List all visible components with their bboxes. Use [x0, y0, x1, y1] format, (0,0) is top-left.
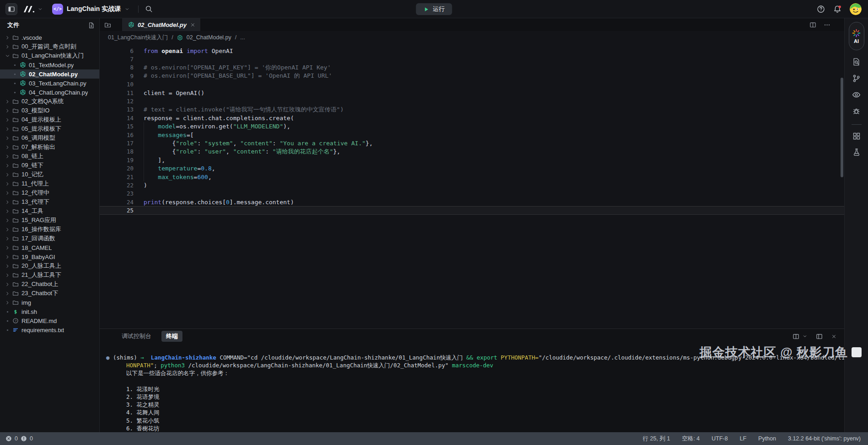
close-panel-icon[interactable] [831, 334, 837, 339]
toggle-sidebar-button[interactable] [5, 3, 17, 15]
tab-terminal[interactable]: 终端 [161, 331, 182, 342]
tree-item[interactable]: 02_ChatModel.py [0, 69, 99, 79]
tree-item[interactable]: 04_提示模板上 [0, 115, 99, 124]
chevron-right-icon[interactable] [4, 126, 11, 132]
editor-scrollbar[interactable] [841, 78, 843, 177]
tree-item[interactable]: requirements.txt [0, 325, 99, 334]
code-line[interactable]: 22) [100, 181, 844, 189]
code-line[interactable]: 8# os.environ["OPENAI_API_KEY"] = '你的Ope… [100, 64, 844, 72]
chevron-down-icon[interactable] [802, 334, 808, 339]
tree-item[interactable]: 11_代理上 [0, 179, 99, 188]
ai-assistant-button[interactable]: AI [849, 22, 864, 50]
code-line[interactable]: 9# os.environ["OPENAI_BASE_URL"] = 'Open… [100, 72, 844, 80]
tree-item[interactable]: 01_LangChain快速入门 [0, 51, 99, 60]
code-line[interactable]: 12 [100, 97, 844, 105]
extensions-grid-icon[interactable] [852, 132, 861, 140]
chevron-right-icon[interactable] [4, 208, 11, 214]
code-line[interactable]: 11client = OpenAI() [100, 89, 844, 97]
chevron-right-icon[interactable] [4, 217, 11, 223]
chevron-right-icon[interactable] [4, 300, 11, 306]
warnings-icon[interactable] [21, 435, 27, 442]
status-item[interactable]: 行 25, 列 1 [643, 435, 670, 443]
tree-item[interactable]: 16_操作数据库 [0, 225, 99, 234]
code-line[interactable]: 20 temperature=0.8, [100, 164, 844, 172]
tree-item[interactable]: 03_TextLangChain.py [0, 79, 99, 88]
panel-layout-icon[interactable] [816, 333, 823, 340]
tree-item[interactable]: 13_代理下 [0, 197, 99, 207]
tree-item[interactable]: 21_人脉工具下 [0, 270, 99, 280]
tree-item[interactable]: 14_工具 [0, 207, 99, 216]
code-line[interactable]: 18 {"role": "user", "content": "请给我的花店起个… [100, 148, 844, 156]
debug-bug-icon[interactable] [852, 107, 861, 116]
tree-item[interactable]: 03_模型IO [0, 106, 99, 115]
app-logo[interactable] [23, 5, 43, 13]
chevron-right-icon[interactable] [4, 163, 11, 169]
tree-item[interactable]: $init.sh [0, 307, 99, 316]
new-folder-icon[interactable] [104, 21, 111, 28]
code-line-current[interactable]: 25 [100, 206, 844, 214]
chevron-right-icon[interactable] [4, 35, 11, 41]
chevron-right-icon[interactable] [4, 263, 11, 269]
tree-item[interactable]: 09_链下 [0, 161, 99, 170]
tree-item[interactable]: .vscode [0, 33, 99, 42]
search-icon[interactable] [145, 5, 153, 13]
code-line[interactable]: 21 max_tokens=600, [100, 173, 844, 181]
tree-item[interactable]: 01_TextModel.py [0, 60, 99, 69]
tab-debug-console[interactable]: 调试控制台 [122, 332, 151, 340]
notifications-bell-icon[interactable] [833, 5, 841, 13]
code-line[interactable]: 23 [100, 190, 844, 198]
code-line[interactable]: 13# text = client.invoke("请给我写一句情人节红玫瑰的中… [100, 106, 844, 114]
chevron-right-icon[interactable] [4, 199, 11, 205]
status-item[interactable]: 空格: 4 [682, 435, 700, 443]
avatar[interactable] [850, 3, 862, 15]
breadcrumb-symbol[interactable]: ... [240, 34, 245, 41]
code-line[interactable]: 10 [100, 80, 844, 89]
tab-02-chatmodel[interactable]: 02_ChatModel.py [122, 18, 200, 31]
tree-item[interactable]: 20_人脉工具上 [0, 261, 99, 270]
close-icon[interactable] [190, 22, 196, 28]
file-search-icon[interactable] [852, 58, 861, 66]
chevron-right-icon[interactable] [4, 245, 11, 251]
errors-icon[interactable] [5, 435, 12, 442]
chevron-right-icon[interactable] [4, 291, 11, 297]
breadcrumb-folder[interactable]: 01_LangChain快速入门 [108, 34, 168, 42]
split-editor-icon[interactable] [809, 21, 816, 28]
chevron-right-icon[interactable] [4, 254, 11, 260]
status-item[interactable]: LF [739, 435, 746, 442]
tree-item[interactable]: 19_BabyAGI [0, 252, 99, 261]
tree-item[interactable]: 17_回调函数 [0, 234, 99, 243]
chevron-right-icon[interactable] [4, 181, 11, 187]
project-switcher[interactable]: </> LangChain 实战课 [52, 4, 130, 15]
tree-item[interactable]: 05_提示模板下 [0, 124, 99, 133]
code-editor[interactable]: 6from openai import OpenAI78# os.environ… [100, 44, 844, 328]
run-button[interactable]: 运行 [416, 3, 452, 15]
git-branch-icon[interactable] [852, 74, 861, 83]
chevron-right-icon[interactable] [4, 190, 11, 196]
tree-item[interactable]: 02_文档QA系统 [0, 97, 99, 106]
code-line[interactable]: 24print(response.choices[0].message.cont… [100, 198, 844, 206]
chevron-right-icon[interactable] [4, 99, 11, 105]
tree-item[interactable]: ?README.md [0, 316, 99, 325]
preview-eye-icon[interactable] [852, 90, 861, 99]
code-line[interactable]: 15 model=os.environ.get("LLM_MODELEND"), [100, 122, 844, 131]
chevron-right-icon[interactable] [4, 135, 11, 141]
chevron-right-icon[interactable] [4, 108, 11, 114]
chevron-right-icon[interactable] [4, 154, 11, 159]
tree-item[interactable]: 23_Chatbot下 [0, 289, 99, 298]
new-file-icon[interactable] [88, 22, 95, 29]
tree-item[interactable]: 10_记忆 [0, 170, 99, 179]
code-line[interactable]: 6from openai import OpenAI [100, 47, 844, 55]
tree-item[interactable]: img [0, 298, 99, 307]
chevron-right-icon[interactable] [4, 44, 11, 50]
tree-item[interactable]: 00_开篇词_奇点时刻 [0, 42, 99, 51]
chevron-right-icon[interactable] [4, 272, 11, 278]
chevron-right-icon[interactable] [4, 172, 11, 178]
tree-item[interactable]: 07_解析输出 [0, 143, 99, 152]
breadcrumb-file[interactable]: 02_ChatModel.py [187, 34, 231, 41]
tree-item[interactable]: 12_代理中 [0, 188, 99, 197]
code-line[interactable]: 19 ], [100, 156, 844, 164]
tree-item[interactable]: 04_ChatLongChain.py [0, 88, 99, 97]
code-line[interactable]: 14response = client.chat.completions.cre… [100, 114, 844, 122]
code-line[interactable]: 17 {"role": "system", "content": "You ar… [100, 139, 844, 147]
code-line[interactable]: 7 [100, 55, 844, 63]
